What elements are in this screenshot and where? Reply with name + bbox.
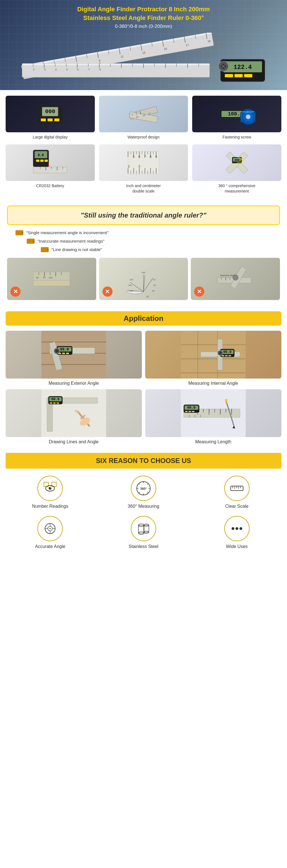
svg-rect-194 — [222, 355, 224, 356]
features-grid: 000 Large digital display — [6, 96, 281, 194]
pain-ruler-icon-0 — [15, 230, 23, 235]
pain-text-2: "Line drawing is not stable" — [52, 247, 102, 252]
x-badge-2: ✕ — [102, 286, 113, 297]
svg-text:7: 7 — [88, 68, 90, 71]
reason-label-1: 360° Measuring — [128, 504, 159, 509]
svg-text:17: 17 — [185, 43, 189, 47]
svg-point-198 — [219, 352, 221, 354]
app-label-exterior: Measuring Exterior Angle — [6, 381, 142, 386]
features-section: 000 Large digital display — [0, 90, 287, 200]
svg-text:90.0: 90.0 — [60, 347, 69, 351]
reason-label-5: Wide Uses — [226, 544, 248, 549]
reason-icon-360: 360° — [131, 476, 156, 501]
six-reasons-title: SIX REASON TO CHOOSE US — [96, 457, 191, 464]
svg-text:5: 5 — [133, 155, 134, 158]
x-img-2: 160 150 140 130 10 20 30 80 ✕ — [99, 258, 188, 300]
pain-icon-0 — [15, 230, 23, 235]
feature-scale: 5 6 7 8 9 2 — [99, 144, 188, 194]
svg-text:00.0: 00.0 — [187, 406, 196, 410]
svg-text:150: 150 — [129, 278, 133, 281]
pain-point-1: "Inaccurate measurement readings" — [7, 239, 280, 244]
svg-rect-179 — [62, 353, 65, 354]
feature-label-5: 360 ° comprehensive measurement — [218, 183, 255, 194]
svg-rect-59 — [225, 74, 233, 78]
svg-text:10: 10 — [153, 278, 155, 281]
hero-subtitle: 0-360°/0-8 inch (0-200mm) — [115, 24, 172, 29]
scale-svg: 5 6 7 8 9 2 — [125, 147, 162, 178]
pain-ruler-icon-1 — [27, 239, 35, 244]
reason-label-4: Stainless Steel — [129, 544, 158, 549]
application-title: Application — [124, 314, 163, 322]
ruler-scale-icon — [228, 480, 245, 497]
eye-icon — [42, 480, 59, 497]
svg-text:2: 2 — [33, 68, 35, 71]
six-reasons-section: SIX REASON TO CHOOSE US Number Readings — [0, 447, 287, 555]
svg-rect-60 — [234, 74, 243, 78]
reason-accurate-angle: Accurate Angle — [6, 516, 95, 549]
traditional-section: "Still using the traditional angle ruler… — [0, 200, 287, 306]
app-length: 1 2 3 4 00.0 — [145, 389, 281, 444]
feature-label-1: Waterproof design — [127, 134, 160, 140]
reason-clear-scale: Clear Scale — [192, 476, 281, 509]
reason-icon-number-readings — [37, 476, 63, 501]
feature-img-scale: 5 6 7 8 9 2 — [99, 144, 188, 181]
svg-rect-61 — [244, 74, 252, 78]
reason-label-3: Accurate Angle — [35, 544, 66, 549]
reason-360-measuring: 360° 360° Measuring — [99, 476, 188, 509]
svg-text:3: 3 — [220, 412, 221, 415]
exterior-angle-svg: 90.0 — [41, 331, 106, 378]
trad-ruler-svg-2: 160 150 140 130 10 20 30 80 — [122, 258, 165, 300]
pain-point-0: "Single measurement angle is inconvenien… — [7, 230, 280, 235]
svg-rect-236 — [189, 411, 191, 412]
svg-point-275 — [231, 527, 234, 530]
svg-text:95: 95 — [43, 276, 45, 279]
app-drawing: 00.6 Drawing Lines and Angle — [6, 389, 142, 444]
app-exterior: 90.0 Measuring Exterior Angle — [6, 331, 142, 386]
dots-icon — [228, 520, 245, 537]
svg-line-152 — [137, 275, 151, 291]
svg-text:3: 3 — [44, 68, 45, 71]
length-svg: 1 2 3 4 00.0 — [181, 389, 246, 437]
reason-wide-uses: Wide Uses — [192, 516, 281, 549]
app-grid: 90.0 Measuring Exterior Angle — [6, 331, 281, 444]
svg-text:122.4: 122.4 — [233, 64, 252, 71]
svg-text:100: 100 — [49, 276, 53, 279]
svg-rect-32 — [22, 63, 210, 65]
svg-rect-31 — [22, 63, 210, 77]
pain-text-0: "Single measurement angle is inconvenien… — [26, 230, 108, 235]
app-img-length: 1 2 3 4 00.0 — [145, 389, 281, 437]
app-label-drawing: Drawing Lines and Angle — [6, 439, 142, 444]
svg-text:7: 7 — [144, 155, 146, 158]
svg-rect-137 — [41, 248, 47, 251]
x-images-row: 90 95 100 ✕ 160 150 140 130 10 — [7, 258, 280, 300]
app-internal: 90.0 Measuring Internal Angle — [145, 331, 281, 386]
feature-360: 450 360 ° comprehensive measurement — [192, 144, 281, 194]
feature-digital-display: 000 Large digital display — [6, 96, 95, 140]
feature-img-waterproof: 15 16 17 — [99, 96, 188, 132]
svg-text:30: 30 — [152, 290, 155, 292]
svg-rect-180 — [66, 353, 69, 354]
drawing-svg: 00.6 — [41, 389, 106, 437]
svg-text:19: 19 — [208, 39, 211, 43]
svg-line-251 — [139, 484, 140, 485]
svg-line-252 — [147, 492, 148, 493]
svg-text:130: 130 — [129, 290, 133, 292]
cylinder-icon — [135, 520, 152, 537]
svg-text:00.6: 00.6 — [52, 397, 60, 401]
hero-ruler-svg: 4 7 9 11 13 15 17 19 2 4 6 8 — [17, 33, 270, 86]
reason-stainless-steel: Stainless Steel — [99, 516, 188, 549]
svg-rect-98 — [128, 151, 159, 174]
hero-section: Digital Angle Finder Protractor 8 Inch 2… — [0, 0, 287, 90]
trad-ruler-svg-1: 90 95 100 — [30, 258, 73, 300]
battery-svg: 0.0 → — [32, 147, 68, 178]
six-reasons-title-bar: SIX REASON TO CHOOSE US — [6, 453, 281, 469]
svg-rect-207 — [57, 402, 59, 404]
svg-rect-135 — [27, 240, 33, 243]
svg-text:11: 11 — [121, 55, 124, 58]
reason-label-0: Number Readings — [32, 504, 68, 509]
feature-battery: 0.0 → CR2032 Battery — [6, 144, 95, 194]
svg-text:80: 80 — [146, 295, 149, 298]
application-title-bar: Application — [6, 311, 281, 326]
svg-text:Stainless Steel: Stainless Steel — [220, 274, 235, 277]
svg-rect-87 — [36, 160, 39, 162]
